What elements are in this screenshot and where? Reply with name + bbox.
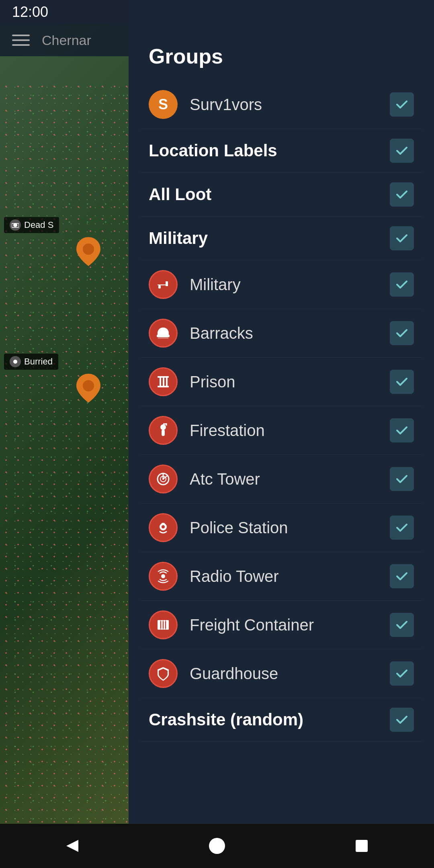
guard-icon (149, 659, 178, 688)
svg-marker-41 (66, 840, 78, 852)
list-item[interactable]: Military (141, 260, 422, 309)
svg-rect-43 (356, 840, 368, 852)
back-button[interactable] (56, 830, 88, 862)
item-label-atctower: Atc Tower (190, 470, 390, 488)
checkbox-prison[interactable] (390, 370, 414, 394)
list-item[interactable]: Barracks (141, 309, 422, 358)
item-label-barracks: Barracks (190, 324, 390, 342)
map-title: Chernar (42, 33, 91, 48)
svg-point-13 (83, 380, 94, 391)
checkbox-allloot[interactable] (390, 182, 414, 207)
svg-point-22 (160, 424, 166, 430)
atc-icon (149, 465, 178, 493)
groups-list: S Surv1vors Location Labels All Loot (129, 80, 434, 742)
list-item[interactable]: Prison (141, 358, 422, 406)
barracks-icon (149, 319, 178, 348)
map-content (0, 24, 149, 868)
svg-rect-40 (158, 628, 169, 630)
map-pin-1 (76, 237, 100, 266)
home-button[interactable] (201, 830, 233, 862)
camera-icon-2 (10, 356, 21, 367)
list-item[interactable]: Location Labels (141, 129, 422, 173)
list-item[interactable]: Freight Container (141, 601, 422, 649)
navigation-bar (0, 824, 434, 868)
freight-icon (149, 610, 178, 639)
checkbox-guardhouse[interactable] (390, 661, 414, 686)
map-label-buried: Burried (4, 354, 58, 370)
svg-rect-23 (162, 430, 165, 436)
svg-rect-19 (160, 376, 161, 387)
svg-point-33 (162, 525, 165, 528)
svg-rect-20 (163, 376, 164, 387)
checkbox-military-section[interactable] (390, 226, 414, 250)
svg-point-42 (209, 838, 225, 854)
hamburger-button[interactable] (12, 35, 30, 46)
item-label-location: Location Labels (149, 141, 390, 160)
list-item[interactable]: Police Station (141, 504, 422, 552)
item-label-military: Military (190, 276, 390, 294)
checkbox-radiotower[interactable] (390, 564, 414, 588)
svg-rect-14 (158, 285, 161, 289)
status-time: 12:00 (12, 4, 48, 20)
list-item[interactable]: Firestation (141, 406, 422, 455)
buried-label-text: Burried (24, 356, 53, 367)
avatar-s: S (149, 90, 178, 119)
radio-icon (149, 562, 178, 591)
dead-label-text: Dead S (24, 220, 53, 230)
svg-point-11 (13, 360, 17, 364)
checkbox-military[interactable] (390, 272, 414, 297)
police-icon (149, 513, 178, 542)
checkbox-barracks[interactable] (390, 321, 414, 345)
svg-point-30 (162, 478, 164, 480)
checkbox-location[interactable] (390, 139, 414, 163)
fire-icon (149, 416, 178, 445)
svg-point-34 (161, 574, 165, 578)
checkbox-survivors[interactable] (390, 92, 414, 117)
item-label-crashsite: Crashsite (random) (149, 710, 390, 729)
recent-button[interactable] (346, 830, 378, 862)
item-label-survivors: Surv1vors (190, 96, 390, 114)
item-label-radiotower: Radio Tower (190, 567, 390, 585)
checkbox-atctower[interactable] (390, 467, 414, 491)
svg-point-12 (83, 244, 94, 255)
item-label-prison: Prison (190, 373, 390, 391)
prison-icon (149, 367, 178, 396)
checkbox-freight[interactable] (390, 613, 414, 637)
list-item[interactable]: All Loot (141, 173, 422, 217)
map-panel: Chernar Dead S Burried (0, 0, 149, 868)
list-item[interactable]: Crashsite (random) (141, 698, 422, 742)
drawer-header: Groups (129, 24, 434, 80)
list-item[interactable]: Radio Tower (141, 552, 422, 601)
map-dots (0, 80, 149, 844)
camera-icon (10, 219, 21, 231)
item-label-freight: Freight Container (190, 616, 390, 634)
checkbox-firestation[interactable] (390, 418, 414, 442)
svg-rect-39 (158, 620, 169, 621)
svg-rect-15 (166, 281, 168, 283)
list-item[interactable]: Military (141, 217, 422, 260)
checkbox-crashsite[interactable] (390, 708, 414, 732)
drawer-panel: Groups S Surv1vors Location Labels All L (129, 0, 434, 868)
map-pin-2 (76, 374, 100, 403)
drawer-title: Groups (149, 45, 223, 68)
list-item[interactable]: S Surv1vors (141, 80, 422, 129)
item-label-firestation: Firestation (190, 422, 390, 440)
svg-rect-21 (166, 376, 168, 387)
map-toolbar: Chernar (0, 24, 149, 56)
item-label-policestation: Police Station (190, 519, 390, 537)
gun-icon (149, 270, 178, 299)
list-item[interactable]: Atc Tower (141, 455, 422, 504)
item-label-guardhouse: Guardhouse (190, 665, 390, 683)
item-label-allloot: All Loot (149, 185, 390, 204)
item-label-military-section: Military (149, 229, 390, 248)
map-label-dead: Dead S (4, 217, 59, 233)
svg-rect-32 (162, 523, 165, 525)
checkbox-policestation[interactable] (390, 516, 414, 540)
list-item[interactable]: Guardhouse (141, 649, 422, 698)
